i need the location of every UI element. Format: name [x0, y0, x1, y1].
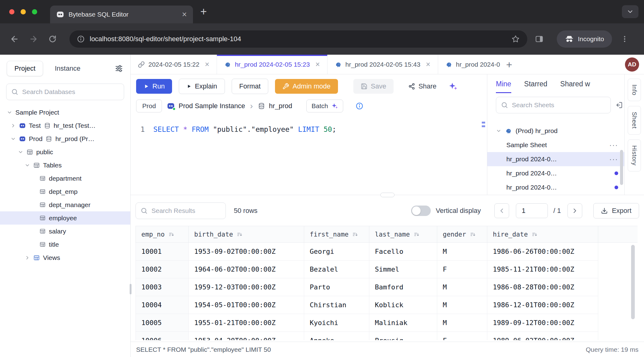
cell-gender[interactable]: F	[437, 332, 487, 340]
cell-hire-date[interactable]: 1986-06-26T00:00:00Z	[487, 243, 598, 261]
prev-page-button[interactable]	[494, 203, 509, 218]
cell-gender[interactable]: M	[437, 296, 487, 314]
cell-first-name[interactable]: Parto	[304, 278, 369, 296]
info-icon[interactable]	[355, 102, 363, 110]
forward-button[interactable]	[26, 32, 41, 46]
tab-sheet[interactable]: Sheet	[628, 106, 641, 135]
cell-hire-date[interactable]: 1989-06-02T00:00:00Z	[487, 332, 598, 340]
cell-hire-date[interactable]: 1989-09-12T00:00:00Z	[487, 314, 598, 332]
cell-last-name[interactable]: Simmel	[369, 261, 437, 278]
search-databases-input[interactable]	[22, 88, 119, 96]
run-button[interactable]: Run	[136, 79, 172, 94]
column-header-emp-no[interactable]: emp_no	[136, 226, 189, 243]
editor-tab-4[interactable]: hr_prod 2024-0	[438, 55, 500, 74]
tree-item-project[interactable]: Sample Project	[0, 106, 130, 119]
back-button[interactable]	[7, 32, 22, 46]
tab-shared[interactable]: Shared w	[560, 80, 590, 93]
reload-button[interactable]	[45, 32, 60, 46]
chevron-down-icon[interactable]	[25, 163, 30, 168]
cell-emp-no[interactable]: 10003	[136, 278, 189, 296]
results-resize-handle[interactable]	[380, 193, 395, 197]
cell-last-name[interactable]: Maliniak	[369, 314, 437, 332]
browser-menu-button[interactable]	[618, 32, 632, 46]
database-crumb[interactable]: hr_prod	[258, 102, 292, 110]
browser-tab[interactable]: Bytebase SQL Editor ×	[50, 6, 193, 23]
cell-birth-date[interactable]: 1953-04-20T00:00:00Z	[189, 332, 304, 340]
editor-tab-2-active[interactable]: hr_prod 2024-02-05 15:23 ×	[217, 55, 328, 74]
cell-first-name[interactable]: Georgi	[304, 243, 369, 261]
chevron-right-icon[interactable]	[25, 255, 30, 261]
chevron-right-icon[interactable]	[10, 123, 16, 128]
search-sheets-input[interactable]	[512, 101, 606, 109]
results-scrollbar[interactable]	[631, 245, 635, 319]
cell-gender[interactable]: F	[437, 261, 487, 278]
sheet-item[interactable]: hr_prod 2024-0…	[487, 180, 624, 194]
column-header-gender[interactable]: gender	[437, 226, 487, 243]
tree-item-table-employee[interactable]: employee	[0, 211, 130, 225]
results-search-box[interactable]	[135, 202, 226, 219]
sheets-scrollbar[interactable]	[620, 150, 623, 185]
export-button[interactable]: Export	[593, 203, 639, 218]
editor-tab-1[interactable]: 2024-02-05 15:22 ×	[131, 55, 217, 74]
chevron-down-icon[interactable]	[18, 149, 23, 155]
close-window-button[interactable]	[9, 9, 14, 14]
tree-item-table-dept-manager[interactable]: dept_manager	[0, 198, 130, 211]
cell-emp-no[interactable]: 10006	[136, 332, 189, 340]
sheet-group-row[interactable]: (Prod) hr_prod	[487, 124, 624, 138]
tab-starred[interactable]: Starred	[524, 80, 547, 93]
tree-item-table-title[interactable]: title	[0, 238, 130, 251]
editor-tab-3[interactable]: hr_prod 2024-02-05 15:43 ×	[328, 55, 438, 74]
cell-birth-date[interactable]: 1959-12-03T00:00:00Z	[189, 278, 304, 296]
column-header-hire-date[interactable]: hire_date	[487, 226, 598, 243]
sheet-search-box[interactable]	[496, 97, 611, 113]
cell-first-name[interactable]: Anneke	[304, 332, 369, 340]
admin-mode-button[interactable]: Admin mode	[275, 79, 338, 94]
column-header-last-name[interactable]: last_name	[369, 226, 437, 243]
cell-last-name[interactable]: Bamford	[369, 278, 437, 296]
close-tab-icon[interactable]: ×	[315, 61, 320, 68]
address-bar[interactable]: localhost:8080/sql-editor/sheet/project-…	[69, 30, 527, 48]
cell-emp-no[interactable]: 10001	[136, 243, 189, 261]
ai-assistant-button[interactable]	[446, 80, 459, 93]
vertical-display-toggle[interactable]	[411, 206, 431, 216]
tree-item-schema-public[interactable]: public	[0, 145, 130, 159]
cell-birth-date[interactable]: 1953-09-02T00:00:00Z	[189, 243, 304, 261]
tree-item-views-group[interactable]: Views	[0, 251, 130, 264]
tab-instance[interactable]: Instance	[55, 65, 80, 73]
tree-item-table-salary[interactable]: salary	[0, 225, 130, 238]
tab-info[interactable]: Info	[628, 79, 641, 101]
cell-last-name[interactable]: Koblick	[369, 296, 437, 314]
column-header-birth-date[interactable]: birth_date	[189, 226, 304, 243]
cell-emp-no[interactable]: 10004	[136, 296, 189, 314]
tree-item-table-dept-emp[interactable]: dept_emp	[0, 185, 130, 198]
tab-search-button[interactable]	[622, 5, 638, 18]
user-avatar[interactable]: AD	[625, 57, 639, 72]
cell-gender[interactable]: M	[437, 314, 487, 332]
sheet-item[interactable]: hr_prod 2024-0…	[487, 166, 624, 180]
cell-gender[interactable]: M	[437, 278, 487, 296]
search-results-input[interactable]	[151, 207, 221, 214]
column-header-first-name[interactable]: first_name	[304, 226, 369, 243]
cell-birth-date[interactable]: 1955-01-21T00:00:00Z	[189, 314, 304, 332]
chevron-down-icon[interactable]	[496, 128, 501, 134]
chevron-down-icon[interactable]	[10, 136, 16, 142]
share-button[interactable]: Share	[405, 79, 440, 94]
cell-gender[interactable]: M	[437, 243, 487, 261]
filter-settings-icon[interactable]	[114, 64, 124, 73]
tree-item-tables-group[interactable]: Tables	[0, 159, 130, 172]
page-number-input[interactable]	[516, 203, 548, 218]
sql-editor[interactable]: 1 SELECT * FROM "public"."employee" LIMI…	[131, 117, 487, 195]
next-page-button[interactable]	[567, 203, 582, 218]
cell-first-name[interactable]: Bezalel	[304, 261, 369, 278]
database-search-box[interactable]	[6, 84, 124, 100]
cell-emp-no[interactable]: 10002	[136, 261, 189, 278]
tab-project[interactable]: Project	[7, 61, 43, 76]
chevron-down-icon[interactable]	[7, 110, 12, 115]
more-menu-icon[interactable]: ···	[609, 155, 618, 163]
cell-first-name[interactable]: Chirstian	[304, 296, 369, 314]
tree-item-table-department[interactable]: department	[0, 172, 130, 185]
close-tab-icon[interactable]: ×	[205, 61, 210, 68]
new-tab-button[interactable]: +	[200, 6, 207, 17]
tree-item-env-test[interactable]: Test hr_test (Test…	[0, 119, 130, 132]
sheet-item[interactable]: Sample Sheet ···	[487, 138, 624, 152]
